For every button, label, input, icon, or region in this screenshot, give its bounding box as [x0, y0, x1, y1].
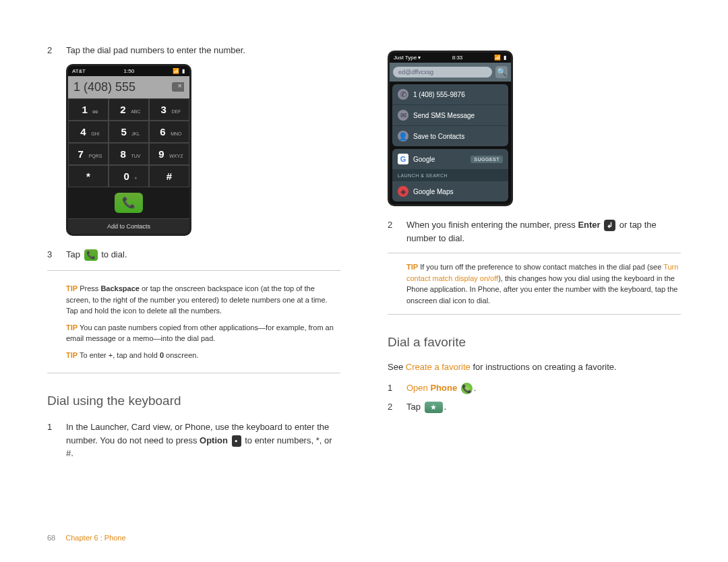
tip-backspace: TIP Press Backspace or tap the onscreen …: [66, 283, 340, 317]
keypad-key: 9 WXYZ: [149, 143, 189, 165]
right-column: Just Type ▾ 8:33 📶 ▮ ed@dffvcxsg 🔍 ✆ 1 (…: [388, 44, 681, 466]
option-key-icon: ▪: [232, 435, 241, 447]
heading-dial-favorite: Dial a favorite: [388, 335, 681, 350]
keypad-key: 1 ᴏᴏ: [68, 98, 109, 121]
step-number: 1: [388, 381, 406, 395]
status-icons: 📶 ▮: [494, 55, 507, 61]
result-save-contact: 👤 Save to Contacts: [392, 126, 508, 146]
step-2: 2 Tap the dial pad numbers to enter the …: [47, 44, 340, 57]
favorite-step-1: 1 Open Phone 📞.: [388, 381, 681, 395]
see-create-favorite: See Create a favorite for instructions o…: [388, 362, 681, 372]
step-number: 3: [47, 248, 66, 261]
divider: [388, 253, 681, 253]
suggest-badge: SUGGEST: [471, 156, 503, 163]
enter-key-icon: ↲: [604, 220, 615, 231]
step-text: Open Phone 📞.: [406, 381, 681, 395]
status-left: Just Type ▾: [394, 55, 421, 61]
dial-number: 1 (408) 555: [73, 80, 135, 94]
result-send-sms: ✉ Send SMS Message: [392, 105, 508, 126]
phone-icon: ✆: [398, 89, 408, 100]
search-field: ed@dffvcxsg: [393, 67, 492, 77]
divider: [388, 314, 681, 315]
page-footer: 68 Chapter 6 : Phone: [47, 534, 126, 542]
step-text: When you finish entering the number, pre…: [406, 218, 681, 245]
keypad-key: 4 GHI: [68, 121, 109, 143]
keypad-key: 7 PQRS: [68, 143, 109, 165]
keypad-key: 6 MNO: [149, 121, 189, 143]
heading-dial-keyboard: Dial using the keyboard: [47, 394, 340, 408]
tip-box: TIP Press Backspace or tap the onscreen …: [47, 270, 340, 373]
keypad-key: *: [68, 165, 109, 187]
link-open-phone[interactable]: Open Phone: [406, 383, 457, 393]
sms-icon: ✉: [398, 110, 408, 121]
chapter-label: Chapter 6 : Phone: [65, 534, 125, 542]
status-icons: 📶 ▮: [173, 68, 185, 74]
result-google: G Google SUGGEST: [392, 149, 508, 170]
keypad-key: 5 JKL: [109, 121, 149, 143]
keypad-key: 2 ABC: [109, 98, 149, 121]
keypad-key: 3 DEF: [149, 98, 189, 121]
step-text: In the Launcher, Card view, or Phone, us…: [66, 420, 340, 460]
phone-app-icon: 📞: [461, 383, 473, 394]
dialpad-screenshot: AT&T 1:50 📶 ▮ 1 (408) 555 1 ᴏᴏ2 ABC3 DEF…: [66, 64, 340, 236]
left-column: 2 Tap the dial pad numbers to enter the …: [47, 44, 340, 466]
step-number: 1: [47, 420, 66, 460]
backspace-icon: [172, 82, 184, 92]
call-button-icon: 📞: [115, 193, 143, 213]
justtype-screenshot: Just Type ▾ 8:33 📶 ▮ ed@dffvcxsg 🔍 ✆ 1 (…: [388, 51, 681, 206]
tip-plus: TIP To enter +, tap and hold 0 onscreen.: [66, 350, 340, 361]
status-time: 1:50: [124, 68, 135, 74]
dial-icon: 📞: [84, 249, 98, 261]
step-text: Tap 📞 to dial.: [66, 248, 340, 261]
favorite-step-2: 2 Tap ★.: [388, 400, 681, 414]
launch-search-header: LAUNCH & SEARCH: [392, 170, 508, 181]
status-time: 8:33: [452, 55, 463, 61]
status-carrier: AT&T: [72, 68, 86, 74]
step-text: Tap ★.: [406, 400, 681, 414]
add-to-contacts: Add to Contacts: [68, 218, 189, 234]
tip-contact-match: TIP If you turn off the preference to sh…: [406, 261, 681, 306]
result-dial-number: ✆ 1 (408) 555-9876: [392, 84, 508, 105]
step-number: 2: [388, 218, 406, 245]
link-create-favorite[interactable]: Create a favorite: [406, 362, 471, 372]
keypad: 1 ᴏᴏ2 ABC3 DEF4 GHI5 JKL6 MNO7 PQRS8 TUV…: [68, 98, 189, 187]
step-number: 2: [47, 44, 66, 57]
page-number: 68: [47, 534, 55, 542]
keyboard-step-1: 1 In the Launcher, Card view, or Phone, …: [47, 420, 340, 460]
contact-icon: 👤: [398, 131, 408, 142]
keypad-key: 0 +: [109, 165, 149, 187]
google-icon: G: [398, 154, 408, 164]
tip-paste: TIP You can paste numbers copied from ot…: [66, 322, 340, 344]
result-google-maps: ◈ Google Maps: [392, 181, 508, 201]
step-3: 3 Tap 📞 to dial.: [47, 248, 340, 261]
keypad-key: #: [149, 165, 189, 187]
step-text: Tap the dial pad numbers to enter the nu…: [66, 44, 340, 57]
search-icon: 🔍: [495, 66, 508, 78]
favorite-star-icon: ★: [425, 402, 443, 413]
right-step-2: 2 When you finish entering the number, p…: [388, 218, 681, 245]
keypad-key: 8 TUV: [109, 143, 149, 165]
maps-icon: ◈: [398, 186, 408, 197]
step-number: 2: [388, 400, 406, 414]
